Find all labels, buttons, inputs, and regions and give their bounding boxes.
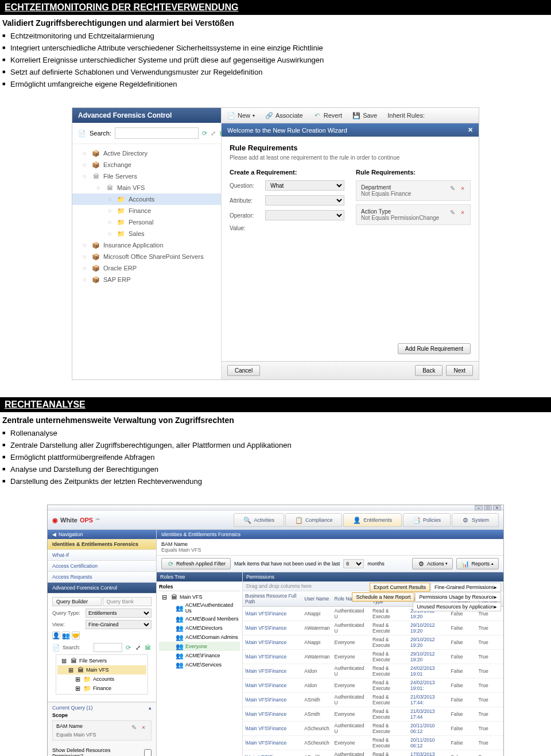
tree-item[interactable]: ○🏛Main VFS xyxy=(72,182,221,193)
unused-resources[interactable]: Unused Resources by Application ▸ xyxy=(413,602,501,611)
table-row[interactable]: \Main VFS\FinanceAWatermanAuthenticated … xyxy=(243,621,503,635)
main-panel: Identities & Entitlements Forensics BAM … xyxy=(157,530,503,756)
qb-refresh-icon[interactable]: ⟳ xyxy=(125,643,132,652)
table-row[interactable]: \Main VFS\FinanceAScheurichAuthenticated… xyxy=(243,722,503,736)
search-input[interactable] xyxy=(115,127,199,139)
col-header[interactable]: Business Resource Full Path xyxy=(243,591,302,607)
sidebar-item[interactable]: Access Requests xyxy=(48,572,156,583)
qb-search-input[interactable] xyxy=(94,643,122,652)
next-button[interactable]: Next xyxy=(446,365,473,376)
associate-button[interactable]: 🔗Associate xyxy=(265,111,303,119)
roles-tree-item[interactable]: 👥ACME\Authenticated Us xyxy=(159,602,240,614)
tree-item[interactable]: ○📁Accounts xyxy=(72,193,221,205)
tree-item[interactable]: ○🏛File Servers xyxy=(72,170,221,182)
tree-item[interactable]: ○📦SAP ERP xyxy=(72,274,221,285)
menu-tab-activities[interactable]: 🔍Activities xyxy=(234,513,284,527)
tree-item[interactable]: ○📦Microsoft Office SharePoint Servers xyxy=(72,251,221,262)
maximize-button[interactable]: □ xyxy=(484,505,492,510)
tree-toggle-icon[interactable]: ⤢ xyxy=(211,129,216,137)
table-row[interactable]: \Main VFS\FinanceAIdonAuthenticated URea… xyxy=(243,664,503,679)
tree-item[interactable]: ○📦Insurance Application xyxy=(72,239,221,251)
window-close-button[interactable]: × xyxy=(493,505,501,510)
query-bank-tab[interactable]: Query Bank xyxy=(103,597,152,606)
revert-button[interactable]: ↶Revert xyxy=(313,111,342,119)
qb-tower-icon[interactable]: 🏛 xyxy=(144,643,152,652)
refresh-icon[interactable]: ⟳ xyxy=(202,129,207,137)
sidebar-item[interactable]: Advanced Forensics Control xyxy=(48,583,156,594)
question-select[interactable]: What xyxy=(265,180,344,191)
view-label: View: xyxy=(52,622,83,627)
bam-l1: BAM Name xyxy=(161,541,499,547)
group-icon[interactable]: 👥 xyxy=(62,631,70,639)
fine-grained-permissions[interactable]: Fine-Grained Permissions ▸ xyxy=(430,583,501,592)
actions-button[interactable]: ⚙Actions▾ xyxy=(412,558,453,569)
qb-tree-item[interactable]: ⊞🏛Main VFS xyxy=(57,665,146,674)
window-titlebar: – □ × xyxy=(48,505,503,511)
tree-item[interactable]: ○📦Oracle ERP xyxy=(72,262,221,274)
minimize-button[interactable]: – xyxy=(475,505,483,510)
operator-select[interactable] xyxy=(265,210,344,220)
back-button[interactable]: Back xyxy=(415,365,443,376)
roles-tree-item[interactable]: 👥Everyone xyxy=(159,642,240,651)
remove-icon[interactable]: × xyxy=(139,723,148,731)
table-row[interactable]: \Main VFS\FinanceASmithAuthenticated URe… xyxy=(243,693,503,707)
qb-tree-item[interactable]: ⊞📁Finance xyxy=(57,684,146,693)
table-row[interactable]: \Main VFS\FinanceAWatermanEveryoneRead &… xyxy=(243,650,503,664)
add-rule-requirement-button[interactable]: Add Rule Requirement xyxy=(398,343,471,354)
handshake-icon[interactable]: 🤝 xyxy=(72,631,80,639)
view-select[interactable]: Fine-Grained xyxy=(86,620,152,629)
menu-tab-entitlements[interactable]: 👤Entitlements xyxy=(343,513,402,527)
cancel-button[interactable]: Cancel xyxy=(227,365,260,376)
export-current-results[interactable]: Export Current Results xyxy=(370,583,430,592)
roles-tree-item[interactable]: 👥ACME\Board Members xyxy=(159,614,240,623)
attribute-select[interactable] xyxy=(265,195,344,206)
menu-tab-policies[interactable]: 📑Policies xyxy=(403,513,451,527)
reports-button[interactable]: 📊Reports▴ xyxy=(456,558,499,569)
tree-item-label: Finance xyxy=(93,685,111,691)
sidebar-item[interactable]: What-If xyxy=(48,550,156,561)
menu-tab-system[interactable]: ⚙System xyxy=(452,513,499,527)
schedule-new-report[interactable]: Schedule a New Report xyxy=(352,592,414,602)
roles-tree-item[interactable]: 👥ACME\Services xyxy=(159,660,240,669)
edit-icon[interactable]: ✎ xyxy=(130,724,138,732)
table-cell: APadilla xyxy=(302,750,332,757)
col-header[interactable]: User Name xyxy=(302,591,332,607)
save-button[interactable]: 💾Save xyxy=(352,111,377,119)
tree-item[interactable]: ○📦Active Directory xyxy=(72,148,221,159)
qb-collapse-icon[interactable]: ⤢ xyxy=(134,643,142,652)
table-row[interactable]: \Main VFS\FinanceAPadillaAuthenticated U… xyxy=(243,750,503,757)
delete-icon[interactable]: × xyxy=(459,184,467,192)
refresh-filter-button[interactable]: ⟳Refresh Applied Filter xyxy=(161,558,231,569)
pkg-icon: 📦 xyxy=(92,241,100,249)
tree-item[interactable]: ○📁Personal xyxy=(72,216,221,228)
user-icon[interactable]: 👤 xyxy=(52,631,60,639)
table-row[interactable]: \Main VFS\FinanceANappiEveryoneRead & Ex… xyxy=(243,635,503,650)
roles-tree-item[interactable]: 👥ACME\Finance xyxy=(159,651,240,660)
qb-tree-item[interactable]: ⊞🏛File Servers xyxy=(57,656,146,665)
show-deleted-checkbox[interactable] xyxy=(144,749,152,756)
table-cell: 24/02/2013 19:01 xyxy=(408,664,449,679)
cq-collapse-icon[interactable]: ▴ xyxy=(149,705,152,711)
permissions-usage[interactable]: Permissions Usage by Resource ▸ xyxy=(415,592,501,602)
roles-tree-item[interactable]: 👥ACME\Directors xyxy=(159,623,240,633)
table-row[interactable]: \Main VFS\FinanceAIdonEveryoneRead & Exe… xyxy=(243,679,503,693)
sidebar-item[interactable]: Identities & Entitlements Forensics xyxy=(48,539,156,550)
edit-icon[interactable]: ✎ xyxy=(448,184,456,192)
sidebar-item[interactable]: Access Certification xyxy=(48,561,156,572)
new-button[interactable]: 📄New▾ xyxy=(227,111,255,119)
edit-icon[interactable]: ✎ xyxy=(448,208,456,216)
roles-tree-item[interactable]: ⊟🏛Main VFS xyxy=(159,592,240,602)
tree-item[interactable]: ○📁Finance xyxy=(72,205,221,216)
tree-item[interactable]: ○📦Exchange xyxy=(72,159,221,170)
query-type-select[interactable]: Entitlements xyxy=(86,608,152,618)
tree-item[interactable]: ○📁Sales xyxy=(72,228,221,239)
mark-value-select[interactable]: 6 xyxy=(343,559,364,568)
query-builder-tab[interactable]: Query Builder xyxy=(52,597,102,606)
table-row[interactable]: \Main VFS\FinanceAScheurichEveryoneRead … xyxy=(243,736,503,750)
qb-tree-item[interactable]: ⊞📁Accounts xyxy=(57,674,146,684)
table-row[interactable]: \Main VFS\FinanceASmithEveryoneRead & Ex… xyxy=(243,707,503,722)
menu-tab-compliance[interactable]: 📋Compliance xyxy=(285,513,343,527)
roles-tree-item[interactable]: 👥ACME\Domain Admins xyxy=(159,633,240,642)
delete-icon[interactable]: × xyxy=(459,208,467,216)
close-icon[interactable]: ✕ xyxy=(468,126,473,134)
